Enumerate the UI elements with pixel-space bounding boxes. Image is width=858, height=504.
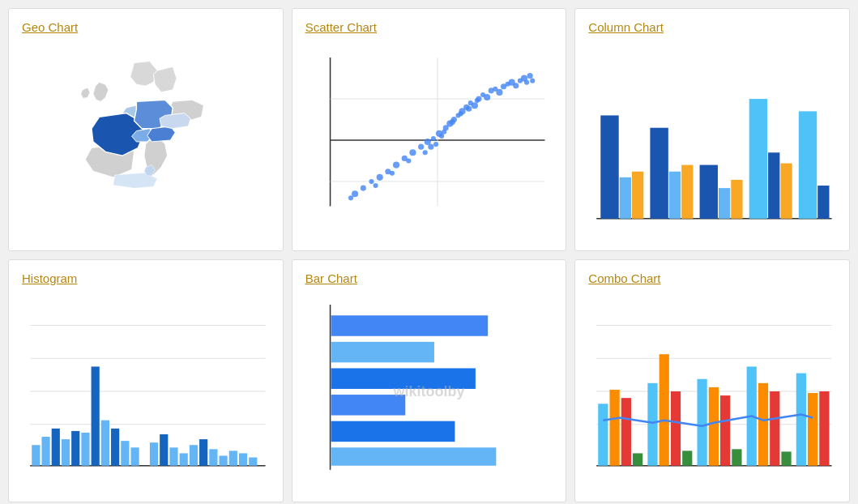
svg-point-32: [484, 94, 490, 100]
svg-point-48: [442, 130, 446, 135]
svg-rect-88: [190, 445, 198, 465]
histogram-card: Histogram: [8, 259, 284, 502]
histogram-area: [22, 293, 270, 489]
svg-rect-76: [62, 439, 70, 466]
svg-rect-56: [632, 172, 643, 219]
bar-chart-title[interactable]: Bar Chart: [305, 271, 553, 285]
geo-chart-area: [22, 42, 270, 238]
svg-rect-74: [41, 437, 49, 466]
svg-point-49: [449, 119, 455, 125]
svg-rect-61: [719, 188, 730, 219]
svg-point-42: [524, 80, 529, 85]
combo-chart-area: [588, 293, 836, 489]
svg-rect-60: [700, 165, 718, 219]
svg-rect-80: [101, 421, 109, 466]
svg-rect-81: [111, 429, 119, 466]
svg-rect-99: [331, 395, 405, 415]
svg-rect-54: [601, 115, 619, 218]
svg-point-17: [418, 144, 424, 150]
scatter-chart-area: [305, 42, 553, 238]
svg-rect-82: [121, 441, 129, 466]
svg-point-12: [393, 161, 399, 168]
svg-rect-77: [71, 431, 79, 466]
bar-chart-card: Bar Chart wikitoolby: [292, 259, 567, 502]
svg-point-39: [513, 83, 519, 88]
svg-rect-92: [229, 451, 237, 465]
svg-rect-78: [81, 433, 89, 466]
svg-point-13: [390, 171, 395, 176]
svg-rect-108: [610, 390, 620, 466]
svg-rect-100: [331, 421, 455, 442]
svg-rect-83: [130, 447, 139, 465]
bar-svg: [305, 293, 553, 489]
svg-rect-91: [220, 455, 228, 465]
svg-rect-125: [820, 391, 830, 466]
svg-rect-64: [768, 152, 779, 219]
svg-rect-124: [808, 393, 817, 466]
svg-rect-122: [782, 451, 792, 465]
svg-rect-67: [818, 186, 830, 219]
svg-rect-97: [331, 342, 433, 362]
svg-rect-90: [209, 449, 217, 465]
svg-rect-112: [660, 354, 669, 466]
svg-point-52: [475, 98, 480, 103]
svg-rect-121: [770, 391, 779, 466]
column-chart-title[interactable]: Column Chart: [588, 20, 836, 34]
svg-point-51: [466, 106, 472, 112]
svg-rect-55: [620, 177, 631, 219]
scatter-chart-card: Scatter Chart: [292, 8, 567, 251]
svg-point-19: [431, 136, 436, 141]
combo-chart-card: Combo Chart: [574, 259, 850, 502]
svg-rect-110: [633, 453, 642, 465]
svg-rect-94: [249, 458, 257, 466]
svg-rect-59: [681, 165, 693, 219]
svg-rect-65: [781, 164, 792, 219]
column-chart-area: [588, 42, 836, 238]
scatter-svg: [305, 42, 553, 238]
svg-point-6: [348, 195, 353, 200]
scatter-chart-title[interactable]: Scatter Chart: [305, 20, 553, 34]
svg-rect-107: [599, 404, 608, 465]
svg-rect-123: [796, 374, 806, 466]
svg-rect-96: [331, 315, 488, 335]
svg-point-44: [530, 79, 535, 83]
svg-point-50: [458, 111, 463, 116]
svg-point-10: [373, 183, 378, 188]
svg-point-35: [496, 89, 502, 96]
svg-rect-62: [732, 180, 743, 219]
svg-rect-120: [758, 383, 768, 466]
svg-point-45: [422, 150, 427, 155]
bar-chart-area: wikitoolby: [305, 293, 553, 489]
svg-point-15: [409, 149, 416, 156]
svg-rect-101: [331, 447, 496, 465]
svg-rect-87: [180, 453, 188, 465]
geo-chart-title[interactable]: Geo Chart: [22, 20, 270, 34]
svg-rect-73: [32, 445, 40, 465]
svg-rect-75: [52, 429, 60, 466]
svg-rect-89: [199, 439, 207, 466]
svg-rect-63: [749, 99, 767, 219]
svg-rect-84: [150, 442, 158, 466]
combo-chart-title[interactable]: Combo Chart: [588, 271, 836, 285]
svg-rect-109: [621, 398, 631, 466]
chart-grid: Geo Chart: [8, 8, 850, 502]
svg-rect-66: [799, 111, 817, 218]
svg-point-47: [433, 142, 438, 147]
svg-point-9: [376, 174, 382, 181]
svg-point-43: [527, 73, 532, 79]
svg-rect-86: [169, 447, 177, 465]
geo-chart-card: Geo Chart: [8, 8, 284, 251]
svg-point-46: [428, 144, 433, 150]
column-chart-card: Column Chart: [574, 8, 850, 251]
histogram-svg: [22, 293, 270, 489]
histogram-title[interactable]: Histogram: [22, 271, 270, 285]
geo-map-svg: [22, 42, 270, 238]
svg-rect-98: [331, 368, 475, 388]
svg-rect-117: [720, 395, 730, 466]
svg-rect-114: [682, 451, 692, 465]
svg-rect-111: [648, 383, 658, 466]
svg-rect-85: [160, 434, 168, 466]
svg-point-16: [406, 158, 411, 163]
svg-rect-118: [732, 449, 742, 465]
svg-point-8: [369, 179, 374, 184]
